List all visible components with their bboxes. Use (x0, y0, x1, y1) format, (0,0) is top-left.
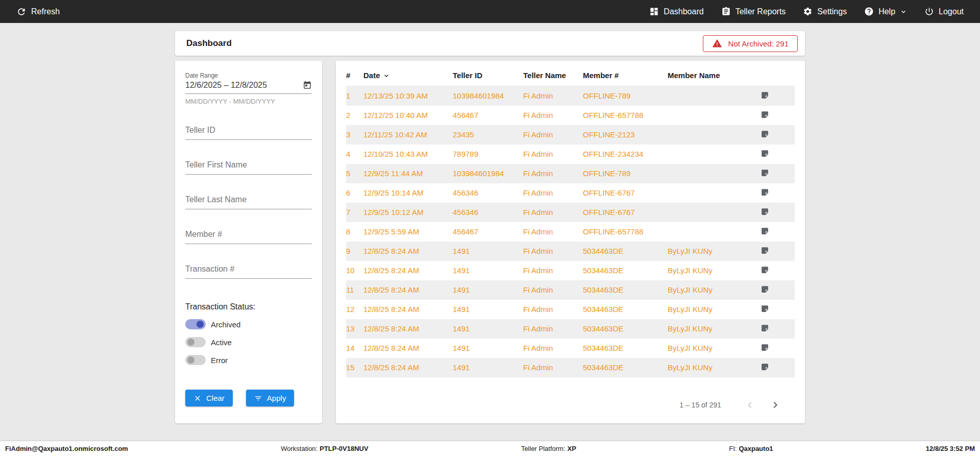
statusbar-datetime: 12/8/25 3:52 PM (926, 445, 975, 452)
note-icon[interactable] (761, 169, 769, 177)
filter-icon (254, 394, 262, 402)
apply-button[interactable]: Apply (246, 390, 295, 406)
row-number: 13 (346, 319, 363, 339)
table-row[interactable]: 5 12/9/25 11:44 AM 103984601984 Fi Admin… (346, 164, 795, 183)
calendar-icon[interactable] (303, 81, 312, 90)
table-row[interactable]: 4 12/10/25 10:43 AM 789789 Fi Admin OFFL… (346, 145, 795, 164)
nav-logout[interactable]: Logout (924, 7, 964, 16)
member-number-input[interactable] (185, 230, 312, 244)
table-row[interactable]: 13 12/8/25 8:24 AM 1491 Fi Admin 5034463… (346, 319, 795, 339)
toggle-archived[interactable]: Archived (185, 319, 312, 329)
note-icon[interactable] (761, 285, 769, 294)
row-number: 14 (346, 339, 363, 358)
date-range-value: 12/6/2025 – 12/8/2025 (185, 81, 267, 90)
row-teller-id: 456346 (453, 203, 523, 222)
active-switch[interactable] (185, 337, 206, 347)
date-range-input[interactable]: 12/6/2025 – 12/8/2025 (185, 79, 312, 94)
row-date: 12/8/25 8:24 AM (363, 280, 453, 300)
row-teller-id: 456467 (453, 222, 523, 242)
table-row[interactable]: 9 12/8/25 8:24 AM 1491 Fi Admin 5034463D… (346, 242, 795, 261)
row-teller-id: 1491 (453, 319, 523, 339)
note-icon[interactable] (761, 188, 769, 197)
col-header-member-name: Member Name (668, 66, 757, 86)
note-icon[interactable] (761, 363, 769, 371)
next-page-button[interactable] (769, 399, 781, 411)
row-number: 4 (346, 145, 363, 164)
note-icon[interactable] (761, 304, 769, 313)
row-member-number: 5034463DE (583, 300, 668, 319)
refresh-button[interactable]: Refresh (16, 7, 60, 17)
row-date: 12/12/25 10:40 AM (363, 106, 453, 125)
teller-first-name-input[interactable] (185, 160, 312, 175)
previous-page-button[interactable] (744, 399, 756, 411)
archived-switch[interactable] (185, 319, 206, 329)
table-row[interactable]: 11 12/8/25 8:24 AM 1491 Fi Admin 5034463… (346, 280, 795, 300)
nav-teller-reports[interactable]: Teller Reports (721, 7, 786, 16)
row-date: 12/8/25 8:24 AM (363, 261, 453, 280)
table-row[interactable]: 1 12/13/25 10:39 AM 103984601984 Fi Admi… (346, 86, 795, 106)
row-number: 8 (346, 222, 363, 242)
row-teller-id: 1491 (453, 358, 523, 377)
clear-button[interactable]: Clear (185, 390, 233, 406)
table-row[interactable]: 6 12/9/25 10:14 AM 456346 Fi Admin OFFLI… (346, 183, 795, 203)
note-icon[interactable] (761, 130, 769, 138)
table-row[interactable]: 14 12/8/25 8:24 AM 1491 Fi Admin 5034463… (346, 339, 795, 358)
table-row[interactable]: 8 12/9/25 5:59 AM 456467 Fi Admin OFFLIN… (346, 222, 795, 242)
table-row[interactable]: 7 12/9/25 10:12 AM 456346 Fi Admin OFFLI… (346, 203, 795, 222)
row-number: 1 (346, 86, 363, 106)
toggle-active[interactable]: Active (185, 337, 312, 347)
row-member-name (668, 164, 757, 183)
row-teller-id: 789789 (453, 145, 523, 164)
row-teller-name: Fi Admin (523, 242, 583, 261)
row-number: 3 (346, 125, 363, 145)
teller-last-name-input[interactable] (185, 195, 312, 209)
clear-button-label: Clear (206, 394, 225, 402)
row-teller-name: Fi Admin (523, 319, 583, 339)
error-switch[interactable] (185, 355, 206, 365)
row-member-number: 5034463DE (583, 339, 668, 358)
note-icon[interactable] (761, 207, 769, 216)
note-icon[interactable] (761, 91, 769, 100)
row-member-number: OFFLINE-234234 (583, 145, 668, 164)
row-date: 12/10/25 10:43 AM (363, 145, 453, 164)
row-teller-name: Fi Admin (523, 164, 583, 183)
note-icon[interactable] (761, 343, 769, 352)
table-row[interactable]: 10 12/8/25 8:24 AM 1491 Fi Admin 5034463… (346, 261, 795, 280)
nav-settings[interactable]: Settings (803, 7, 847, 16)
table-row[interactable]: 15 12/8/25 8:24 AM 1491 Fi Admin 5034463… (346, 358, 795, 377)
transaction-number-input[interactable] (185, 265, 312, 279)
results-panel: # Date Teller ID (336, 61, 805, 423)
row-date: 12/13/25 10:39 AM (363, 86, 453, 106)
date-range-label: Date Range (185, 72, 312, 79)
toggle-archived-label: Archived (211, 320, 240, 329)
row-member-number: OFFLINE-6767 (583, 183, 668, 203)
col-header-date[interactable]: Date (363, 66, 453, 86)
main-content: Dashboard Not Archived: 291 Date Range 1… (0, 23, 980, 441)
note-icon[interactable] (761, 149, 769, 158)
toggle-error[interactable]: Error (185, 355, 312, 365)
row-number: 5 (346, 164, 363, 183)
note-icon[interactable] (761, 227, 769, 235)
filter-panel: Date Range 12/6/2025 – 12/8/2025 MM/DD/Y… (175, 61, 322, 423)
row-member-number: OFFLINE-2123 (583, 125, 668, 145)
power-icon (924, 7, 934, 16)
row-number: 7 (346, 203, 363, 222)
row-date: 12/9/25 11:44 AM (363, 164, 453, 183)
row-teller-name: Fi Admin (523, 106, 583, 125)
note-icon[interactable] (761, 246, 769, 255)
note-icon[interactable] (761, 266, 769, 274)
table-row[interactable]: 12 12/8/25 8:24 AM 1491 Fi Admin 5034463… (346, 300, 795, 319)
table-row[interactable]: 3 12/11/25 10:42 AM 23435 Fi Admin OFFLI… (346, 125, 795, 145)
note-icon[interactable] (761, 324, 769, 332)
nav-help[interactable]: Help (864, 7, 907, 16)
row-teller-name: Fi Admin (523, 203, 583, 222)
nav-logout-label: Logout (939, 7, 964, 16)
nav-dashboard[interactable]: Dashboard (649, 7, 703, 16)
col-header-teller-name: Teller Name (523, 66, 583, 86)
table-row[interactable]: 2 12/12/25 10:40 AM 456467 Fi Admin OFFL… (346, 106, 795, 125)
note-icon[interactable] (761, 110, 769, 119)
row-teller-id: 23435 (453, 125, 523, 145)
row-teller-name: Fi Admin (523, 300, 583, 319)
teller-id-input[interactable] (185, 126, 312, 140)
row-member-number: OFFLINE-657788 (583, 222, 668, 242)
